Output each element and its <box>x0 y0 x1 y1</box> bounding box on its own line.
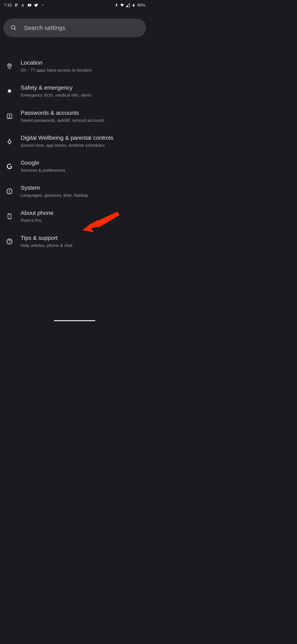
svg-rect-1 <box>15 5 17 5</box>
medical-icon <box>5 87 14 96</box>
svg-rect-0 <box>15 4 17 4</box>
navigation-handle[interactable] <box>54 320 95 321</box>
dot-icon: • <box>41 3 45 7</box>
wifi-icon <box>120 3 124 7</box>
item-subtitle: Help articles, phone & chat <box>21 242 72 248</box>
svg-rect-15 <box>9 191 10 193</box>
svg-point-8 <box>11 26 15 29</box>
item-subtitle: Languages, gestures, time, backup <box>21 192 88 198</box>
search-placeholder: Search settings <box>24 24 65 31</box>
battery-percentage: 80% <box>137 3 145 8</box>
item-text: About phone Pixel 6 Pro <box>21 210 53 223</box>
svg-point-14 <box>9 190 10 191</box>
info-icon <box>5 187 14 196</box>
status-right-group: 80% <box>114 3 145 8</box>
location-icon <box>5 62 14 71</box>
item-subtitle: On - 77 apps have access to location <box>21 67 92 73</box>
svg-rect-7 <box>133 4 134 4</box>
settings-item-google[interactable]: Google Services & preferences <box>0 154 149 179</box>
item-title: Location <box>21 60 92 66</box>
item-title: About phone <box>21 210 53 216</box>
status-left-group: 7:15 A • <box>4 3 45 8</box>
status-time: 7:15 <box>4 3 12 8</box>
wellbeing-icon <box>5 137 14 146</box>
svg-point-20 <box>9 242 10 243</box>
item-text: Location On - 77 apps have access to loc… <box>21 60 92 73</box>
search-bar[interactable]: Search settings <box>3 18 146 37</box>
settings-item-passwords[interactable]: Passwords & accounts Saved passwords, au… <box>0 104 149 129</box>
signal-icon <box>126 3 130 7</box>
item-title: Safety & emergency <box>21 84 91 91</box>
item-subtitle: Services & preferences <box>21 168 65 173</box>
item-text: Google Services & preferences <box>21 160 65 173</box>
bluetooth-icon <box>114 3 118 7</box>
settings-item-system[interactable]: System Languages, gestures, time, backup <box>0 179 149 204</box>
svg-text:A: A <box>21 3 24 7</box>
status-bar: 7:15 A • 80% <box>0 0 149 10</box>
svg-line-9 <box>14 29 16 30</box>
svg-point-12 <box>9 139 10 140</box>
svg-point-11 <box>9 115 10 116</box>
youtube-icon <box>27 3 31 7</box>
item-subtitle: Pixel 6 Pro <box>21 218 53 223</box>
item-subtitle: Emergency SOS, medical info, alerts <box>21 92 91 98</box>
item-title: Tips & support <box>21 235 72 241</box>
google-icon <box>5 162 14 171</box>
item-text: Tips & support Help articles, phone & ch… <box>21 235 72 248</box>
twitter-icon <box>34 3 38 7</box>
item-text: System Languages, gestures, time, backup <box>21 184 88 198</box>
phone-icon <box>5 212 14 221</box>
item-text: Digital Wellbeing & parental controls Sc… <box>21 134 113 148</box>
item-title: Passwords & accounts <box>21 110 104 116</box>
settings-item-about[interactable]: About phone Pixel 6 Pro <box>0 204 149 229</box>
settings-item-location[interactable]: Location On - 77 apps have access to loc… <box>0 54 149 79</box>
item-text: Safety & emergency Emergency SOS, medica… <box>21 84 91 98</box>
item-subtitle: Screen time, app timers, bedtime schedul… <box>21 142 113 148</box>
help-icon <box>5 237 14 246</box>
item-title: Google <box>21 160 65 166</box>
item-text: Passwords & accounts Saved passwords, au… <box>21 110 104 123</box>
settings-item-safety[interactable]: Safety & emergency Emergency SOS, medica… <box>0 79 149 104</box>
app-icon-2: A <box>21 3 25 7</box>
app-icon-1 <box>14 3 18 7</box>
settings-item-wellbeing[interactable]: Digital Wellbeing & parental controls Sc… <box>0 129 149 154</box>
item-subtitle: Saved passwords, autofill, synced accoun… <box>21 118 104 123</box>
settings-item-tips[interactable]: Tips & support Help articles, phone & ch… <box>0 229 149 254</box>
svg-rect-2 <box>15 6 16 6</box>
item-title: System <box>21 184 88 191</box>
item-title: Digital Wellbeing & parental controls <box>21 134 113 141</box>
search-icon <box>9 23 18 32</box>
settings-list[interactable]: Location On - 77 apps have access to loc… <box>0 37 149 254</box>
account-icon <box>5 112 14 121</box>
svg-rect-6 <box>133 4 134 6</box>
battery-icon <box>132 3 136 7</box>
